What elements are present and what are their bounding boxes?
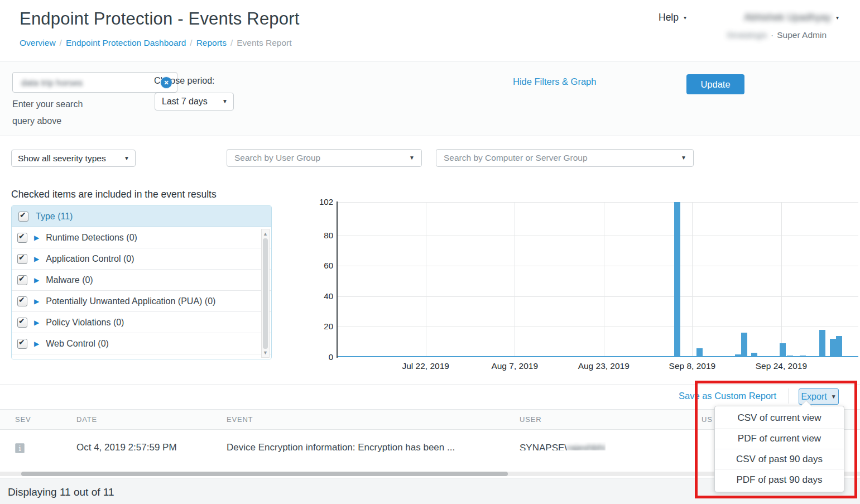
expand-arrow-icon[interactable]: ▶ [34,276,39,284]
h-gridline [338,202,858,203]
x-tick-label: Aug 7, 2019 [470,361,559,371]
breadcrumb-link[interactable]: Overview [20,38,56,48]
x-tick-label: Sep 8, 2019 [647,361,737,371]
y-tick-label: 102 [308,196,333,208]
column-header-user: USER [520,415,541,424]
scroll-down-icon[interactable]: ▼ [262,350,269,356]
checklist-items: ✔▶Runtime Detections (0)✔▶Application Co… [12,227,271,359]
checklist-item-label: Runtime Detections (0) [46,233,137,243]
checkbox[interactable]: ✔ [17,254,27,264]
check-icon: ✔ [18,359,25,360]
column-header-date: DATE [76,415,97,424]
period-select[interactable]: Last 7 days ▼ [155,93,234,111]
role-label: Super Admin [777,30,827,40]
h-gridline [338,266,858,266]
expand-arrow-icon[interactable]: ▶ [34,297,39,305]
v-gridline [426,202,426,357]
expand-arrow-icon[interactable]: ▶ [34,340,39,348]
checklist-item: ✔▶Policy Violations (0) [12,312,271,333]
cell-event: Device Encryption information: Encryptio… [227,442,455,453]
v-gridline [515,202,515,357]
checkbox[interactable]: ✔ [17,233,27,243]
checklist-item-partial: ✔▶ [12,354,271,359]
help-label: Help [659,12,679,23]
help-menu[interactable]: Help ▾ [659,12,686,23]
checkbox[interactable]: ✔ [17,339,27,349]
v-gridline [781,202,782,357]
close-icon: ✕ [164,79,169,87]
table-hscrollbar-thumb[interactable] [21,472,508,476]
checkbox[interactable]: ✔ [18,212,28,222]
search-box [12,72,177,93]
export-menu-item[interactable]: PDF of past 90 days [715,469,844,490]
hide-filters-link[interactable]: Hide Filters & Graph [513,76,596,87]
export-label: Export [801,392,827,402]
clear-search-button[interactable]: ✕ [160,76,172,89]
computer-group-placeholder: Search by Computer or Server Group [444,153,588,163]
user-name-redacted: rajeshbhi [567,443,606,450]
x-tick-label: Jul 22, 2019 [381,361,470,371]
check-icon: ✔ [18,232,25,241]
export-menu-item[interactable]: CSV of past 90 days [715,449,844,469]
chevron-down-icon: ▼ [681,155,686,161]
v-gridline [692,202,693,357]
account-name: Abhishek Upadhyay [744,12,831,23]
checklist-item-label: Application Control (0) [46,254,134,264]
v-gridline [604,202,604,357]
cell-user: SYNAPSE\rajeshbhi [520,442,606,450]
cell-date: Oct 4, 2019 2:57:59 PM [76,442,177,453]
update-button[interactable]: Update [686,74,744,94]
user-group-select[interactable]: Search by User Group ▼ [227,149,422,167]
checklist-item-label: Malware (0) [46,275,93,285]
info-icon: i [15,443,25,453]
y-tick-label: 80 [308,230,333,241]
checklist-item-label: Web Control (0) [46,339,109,349]
breadcrumb-link[interactable]: Endpoint Protection Dashboard [66,38,186,48]
export-menu-item[interactable]: CSV of current view [715,408,844,428]
checklist-scrollbar[interactable]: ▲ ▼ [261,229,270,358]
chart-bar [696,348,703,357]
severity-select[interactable]: Show all severity types ▼ [11,150,136,167]
org-name: Stratalogix [727,30,767,40]
account-subline: Stratalogix · Super Admin [727,30,827,40]
checkbox[interactable]: ✔ [17,318,27,328]
y-axis-line [337,201,338,358]
status-text: Displaying 11 out of 11 [8,486,114,498]
breadcrumb-separator: / [190,38,192,48]
expand-arrow-icon[interactable]: ▶ [34,255,39,263]
export-menu-item[interactable]: PDF of current view [715,428,844,449]
severity-value: Show all severity types [18,153,106,164]
chart-bar [787,356,793,357]
checklist-item: ✔▶Runtime Detections (0) [12,227,271,248]
checklist-heading: Checked items are included in the event … [11,189,217,200]
chevron-down-icon: ▾ [836,15,839,21]
h-gridline [338,236,858,236]
computer-group-select[interactable]: Search by Computer or Server Group ▼ [436,149,694,167]
account-menu[interactable]: Abhishek Upadhyay ▾ [744,12,839,23]
chart-bar [780,343,786,357]
column-header-sev: SEV [15,415,31,424]
role-separator: · [771,30,773,40]
breadcrumb-link[interactable]: Reports [196,38,227,48]
expand-arrow-icon[interactable]: ▶ [34,234,39,242]
checkbox[interactable]: ✔ [17,296,27,306]
scroll-up-icon[interactable]: ▲ [262,231,269,237]
breadcrumb-separator: / [230,38,233,48]
chevron-down-icon: ▼ [222,99,228,104]
checklist-scrollbar-thumb[interactable] [263,238,268,349]
check-icon: ✔ [18,253,25,262]
checklist-item: ✔▶Potentially Unwanted Application (PUA)… [12,291,271,312]
checklist-group-label: Type (11) [36,212,73,222]
save-custom-report-link[interactable]: Save as Custom Report [679,391,776,401]
chevron-down-icon: ▼ [409,155,415,161]
y-tick-label: 20 [308,321,333,332]
expand-arrow-icon[interactable]: ▶ [34,319,39,327]
check-icon: ✔ [18,316,25,325]
search-input[interactable] [20,73,162,93]
y-tick-label: 40 [308,291,333,302]
breadcrumb-separator: / [60,38,62,48]
toolbar-divider [789,388,789,404]
y-tick-label: 0 [308,352,333,363]
page-title: Endpoint Protection - Events Report [20,9,300,29]
checkbox[interactable]: ✔ [17,275,27,285]
